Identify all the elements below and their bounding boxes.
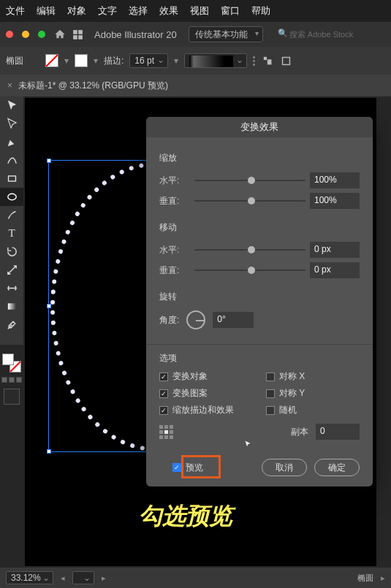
scale-v-input[interactable]: 100% xyxy=(310,193,360,209)
annotation-text: 勾选预览 xyxy=(139,500,232,532)
fill-stroke-control[interactable] xyxy=(2,354,21,373)
svg-rect-4 xyxy=(264,56,267,59)
stroke-weight-dropdown[interactable]: 16 pt xyxy=(129,53,168,68)
close-tab-icon[interactable]: × xyxy=(7,80,12,91)
control-bar: 椭圆 ▾ ▾ 描边: 16 pt ▾ xyxy=(0,47,391,75)
copies-input[interactable]: 0 xyxy=(316,424,360,440)
separator xyxy=(146,344,373,345)
home-icon[interactable] xyxy=(54,28,66,40)
opt-scale-strokes[interactable]: ✓缩放描边和效果 xyxy=(159,404,253,416)
cancel-button[interactable]: 取消 xyxy=(262,459,307,476)
menu-obj[interactable]: 对象 xyxy=(67,4,86,18)
svg-rect-5 xyxy=(267,59,272,64)
opt-reflect-y[interactable]: 对称 Y xyxy=(266,387,360,400)
stroke-label: 描边: xyxy=(104,55,124,67)
section-move: 移动 xyxy=(159,221,360,234)
menu-view[interactable]: 视图 xyxy=(190,4,209,18)
opt-transform-objects[interactable]: ✓变换对象 xyxy=(159,370,253,383)
scale-v-label: 垂直: xyxy=(159,195,190,207)
svg-rect-2 xyxy=(73,35,77,39)
menubar: 文件 编辑 对象 文字 选择 效果 视图 窗口 帮助 xyxy=(0,0,391,22)
svg-rect-0 xyxy=(73,30,77,34)
tool-gradient[interactable] xyxy=(0,297,23,316)
scale-h-input[interactable]: 100% xyxy=(310,172,360,188)
artboard-prev-icon[interactable]: ◂ xyxy=(61,573,65,583)
copies-label: 副本 xyxy=(291,426,308,438)
tool-rotate[interactable] xyxy=(0,243,23,261)
window-close-icon[interactable] xyxy=(6,31,13,38)
toolbox: T xyxy=(0,96,23,345)
draw-mode-icon[interactable] xyxy=(4,389,20,405)
arrange-docs-icon[interactable] xyxy=(72,28,84,41)
opt-reflect-x[interactable]: 对称 X xyxy=(266,370,360,383)
move-v-slider[interactable] xyxy=(194,265,305,275)
artboard-dropdown[interactable] xyxy=(72,571,94,584)
status-bar: 33.12% ◂ ▸ 椭圆 ▸ xyxy=(0,568,391,588)
transform-icon[interactable] xyxy=(280,55,292,67)
tool-selection[interactable] xyxy=(0,96,23,115)
section-scale: 缩放 xyxy=(159,152,360,164)
menu-type[interactable]: 文字 xyxy=(98,4,117,18)
opt-transform-patterns[interactable]: ✓变换图案 xyxy=(159,387,253,400)
tool-ellipse[interactable] xyxy=(0,188,23,206)
tool-type[interactable]: T xyxy=(0,224,23,243)
opt-random[interactable]: 随机 xyxy=(266,404,360,416)
tool-rect[interactable] xyxy=(0,169,23,188)
menu-effect[interactable]: 效果 xyxy=(159,4,178,18)
menu-edit[interactable]: 编辑 xyxy=(37,4,56,18)
move-v-label: 垂直: xyxy=(159,264,190,277)
cursor-icon xyxy=(243,438,252,450)
tool-direct-select[interactable] xyxy=(0,115,23,133)
svg-rect-3 xyxy=(78,35,83,39)
svg-rect-7 xyxy=(8,176,15,181)
align-icon[interactable] xyxy=(262,55,274,67)
menu-file[interactable]: 文件 xyxy=(6,4,25,18)
menu-help[interactable]: 帮助 xyxy=(251,4,270,18)
section-options: 选项 xyxy=(159,352,360,364)
svg-rect-9 xyxy=(7,303,15,310)
tool-pen[interactable] xyxy=(0,133,23,151)
tool-brush[interactable] xyxy=(0,206,23,224)
document-tab[interactable]: × 未标题-1* @ 33.12% (RGB/GPU 预览) xyxy=(0,75,391,96)
tool-scale[interactable] xyxy=(0,261,23,279)
angle-input[interactable]: 0° xyxy=(213,312,254,328)
move-h-label: 水平: xyxy=(159,244,190,256)
stock-search[interactable]: 搜索 Adobe Stock xyxy=(278,29,385,40)
doc-title: 未标题-1* @ 33.12% (RGB/GPU 预览) xyxy=(18,80,168,92)
workspace-dropdown[interactable]: 传统基本功能 xyxy=(189,26,263,42)
svg-rect-6 xyxy=(283,57,290,64)
section-rotate: 旋转 xyxy=(159,291,360,303)
scale-h-slider[interactable] xyxy=(194,175,305,186)
menu-select[interactable]: 选择 xyxy=(129,4,148,18)
reference-point[interactable] xyxy=(159,425,173,439)
ok-button[interactable]: 确定 xyxy=(314,459,360,476)
move-h-input[interactable]: 0 px xyxy=(310,242,360,258)
tool-curvature[interactable] xyxy=(0,151,23,169)
window-min-icon[interactable] xyxy=(22,31,29,38)
transform-effect-dialog: 变换效果 缩放 水平: 100% 垂直: 100% 移动 水平: 0 px 垂直… xyxy=(146,117,373,486)
window-max-icon[interactable] xyxy=(38,31,45,38)
toolbox-swatches xyxy=(0,351,23,406)
move-h-slider[interactable] xyxy=(194,245,305,255)
dialog-title: 变换效果 xyxy=(146,117,373,137)
move-v-input[interactable]: 0 px xyxy=(310,262,360,278)
status-shape: 椭圆 xyxy=(357,573,373,584)
preview-checkbox[interactable]: ✓预览 xyxy=(172,462,203,474)
zoom-dropdown[interactable]: 33.12% xyxy=(6,571,53,584)
scale-v-slider[interactable] xyxy=(194,196,305,206)
tool-eyedropper[interactable] xyxy=(0,316,23,334)
stroke-swatch[interactable] xyxy=(75,54,88,67)
fill-swatch[interactable] xyxy=(45,54,58,67)
more-divider xyxy=(253,55,256,67)
selection-label: 椭圆 xyxy=(6,55,23,67)
stroke-profile-dropdown[interactable] xyxy=(184,53,247,68)
angle-label: 角度: xyxy=(159,314,179,327)
scale-h-label: 水平: xyxy=(159,175,190,187)
tool-width[interactable] xyxy=(0,279,23,297)
app-bar: Adobe Illustrator 20 传统基本功能 搜索 Adobe Sto… xyxy=(0,22,391,47)
artboard-next-icon[interactable]: ▸ xyxy=(102,573,106,583)
angle-dial[interactable] xyxy=(186,310,205,329)
svg-rect-1 xyxy=(78,30,83,34)
app-name: Adobe Illustrator 20 xyxy=(94,29,177,40)
menu-window[interactable]: 窗口 xyxy=(221,4,240,18)
